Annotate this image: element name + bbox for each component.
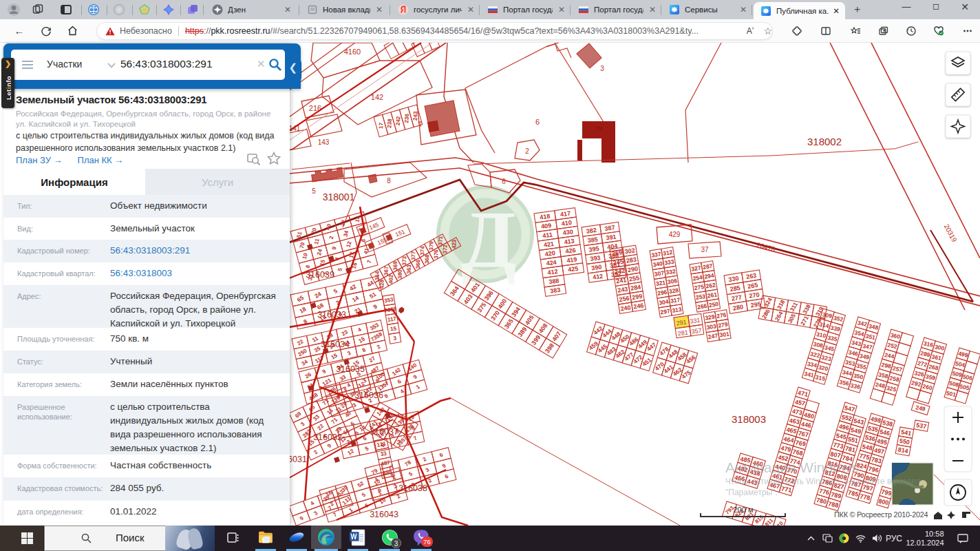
svg-text:430: 430	[562, 228, 573, 236]
svg-text:391: 391	[606, 233, 617, 242]
svg-text:8: 8	[387, 177, 391, 185]
svg-text:390: 390	[591, 263, 602, 271]
svg-text:429: 429	[669, 231, 681, 238]
svg-text:402: 402	[388, 274, 394, 284]
svg-text:425: 425	[568, 265, 579, 273]
svg-text:281: 281	[677, 329, 688, 337]
svg-text:236: 236	[403, 113, 410, 123]
svg-text:316033: 316033	[317, 310, 346, 320]
svg-text:383: 383	[550, 287, 561, 295]
svg-text:291: 291	[676, 319, 687, 327]
svg-text:Активация Windows: Активация Windows	[725, 459, 859, 475]
svg-text:318002: 318002	[807, 136, 842, 147]
svg-text:412: 412	[593, 273, 604, 281]
svg-text:371: 371	[437, 236, 443, 245]
svg-text:242: 242	[395, 116, 402, 125]
svg-text:426: 426	[565, 247, 576, 255]
svg-text:6031: 6031	[288, 455, 307, 464]
svg-text:374: 374	[419, 246, 425, 256]
svg-text:316035: 316035	[336, 364, 365, 374]
svg-text:424: 424	[546, 259, 557, 267]
svg-text:316036: 316036	[354, 391, 383, 400]
svg-text:388: 388	[548, 277, 560, 285]
svg-text:141: 141	[289, 125, 301, 132]
svg-text:413: 413	[564, 238, 575, 246]
svg-text:420: 420	[544, 249, 555, 258]
svg-text:316032: 316032	[313, 433, 342, 442]
svg-text:395: 395	[588, 245, 599, 253]
svg-text:357: 357	[691, 327, 702, 335]
svg-text:410: 410	[561, 219, 572, 227]
svg-text:6: 6	[502, 178, 506, 185]
svg-text:5: 5	[312, 187, 316, 195]
svg-text:421: 421	[543, 240, 554, 249]
svg-text:238: 238	[386, 118, 393, 128]
svg-text:377: 377	[410, 251, 416, 260]
svg-text:382: 382	[586, 227, 597, 235]
svg-text:17: 17	[378, 122, 385, 129]
svg-text:316043: 316043	[370, 510, 398, 519]
svg-text:372: 372	[442, 245, 448, 254]
svg-text:318003: 318003	[732, 413, 766, 425]
svg-text:37: 37	[701, 246, 709, 253]
svg-text:200 м: 200 м	[734, 506, 754, 514]
svg-text:331: 331	[690, 317, 701, 325]
svg-text:366: 366	[415, 259, 421, 269]
svg-text:3: 3	[600, 65, 604, 72]
svg-text:412: 412	[547, 268, 558, 276]
svg-text:387: 387	[604, 224, 615, 232]
svg-text:379: 379	[428, 241, 434, 251]
svg-text:316039: 316039	[306, 270, 334, 280]
svg-text:318001: 318001	[323, 191, 355, 202]
svg-text:369: 369	[392, 261, 398, 271]
svg-text:409: 409	[541, 222, 552, 230]
svg-text:368: 368	[424, 254, 430, 264]
svg-text:411: 411	[542, 231, 553, 240]
svg-text:376: 376	[433, 249, 439, 259]
svg-text:143: 143	[318, 138, 330, 146]
svg-text:6: 6	[535, 118, 540, 126]
svg-text:423: 423	[451, 239, 457, 249]
svg-text:316037: 316037	[370, 427, 398, 437]
svg-text:"Параметры".: "Параметры".	[725, 488, 778, 497]
svg-text:385: 385	[587, 236, 598, 244]
svg-text:419: 419	[566, 256, 577, 264]
svg-text:363: 363	[406, 264, 412, 274]
svg-text:316038: 316038	[398, 484, 427, 493]
svg-text:ПКК © Росреестр 2010-2024: ПКК © Росреестр 2010-2024	[834, 510, 928, 519]
svg-text:Чтобы активировать Windows, пе: Чтобы активировать Windows, перейдите в …	[725, 477, 920, 486]
svg-text:417: 417	[560, 210, 571, 218]
svg-text:364: 364	[374, 271, 381, 280]
svg-text:2: 2	[525, 147, 529, 155]
svg-text:373: 373	[401, 256, 407, 265]
svg-text:78: 78	[595, 125, 602, 132]
svg-text:380: 380	[397, 269, 403, 279]
svg-text:393: 393	[590, 254, 601, 262]
svg-text:4160: 4160	[344, 48, 361, 56]
svg-text:418: 418	[540, 213, 551, 221]
svg-text:367: 367	[383, 266, 390, 276]
svg-text:316034: 316034	[321, 340, 350, 349]
